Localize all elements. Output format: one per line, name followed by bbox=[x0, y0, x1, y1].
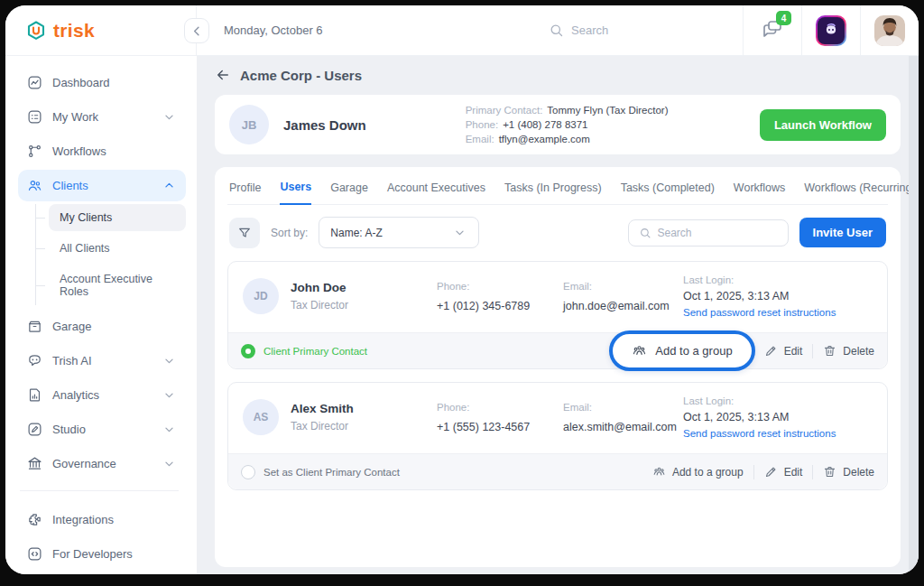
tab-garage[interactable]: Garage bbox=[330, 170, 368, 204]
search-icon bbox=[549, 23, 564, 38]
sidebar-label: Analytics bbox=[52, 388, 152, 402]
sidebar-item-governance[interactable]: Governance bbox=[18, 448, 186, 479]
messages-button[interactable]: 4 bbox=[762, 18, 783, 42]
add-to-group-button[interactable]: Add to a group bbox=[652, 465, 744, 479]
sidebar-item-garage[interactable]: Garage bbox=[18, 311, 186, 342]
app-window: trisk Monday, October 6 4 bbox=[5, 5, 919, 574]
last-login-value: Oct 1, 2025, 3:13 AM bbox=[683, 411, 873, 423]
sidebar-label: My Work bbox=[52, 110, 152, 124]
tab-profile[interactable]: Profile bbox=[229, 170, 261, 204]
sidebar-item-analytics[interactable]: Analytics bbox=[18, 379, 186, 411]
trish-ai-icon bbox=[27, 353, 42, 368]
tab-account-executives[interactable]: Account Executives bbox=[387, 170, 485, 204]
integrations-icon bbox=[27, 512, 42, 527]
send-password-reset-link[interactable]: Send password reset instructions bbox=[683, 307, 873, 318]
current-date: Monday, October 6 bbox=[224, 23, 323, 37]
sidebar-item-my-clients[interactable]: My Clients bbox=[49, 204, 186, 231]
edit-user-button[interactable]: Edit bbox=[764, 465, 803, 479]
delete-user-button[interactable]: Delete bbox=[823, 465, 874, 479]
sidebar-item-account-executive-roles[interactable]: Account Executive Roles bbox=[49, 265, 186, 305]
sidebar-item-trish-ai[interactable]: Trish AI bbox=[18, 345, 186, 377]
add-to-group-button-highlighted[interactable]: Add to a group bbox=[609, 330, 754, 371]
trisk-logo-icon bbox=[25, 20, 47, 42]
phone-label: Phone: bbox=[437, 402, 563, 413]
profile-photo bbox=[874, 15, 905, 46]
email-value: john.doe@email.com bbox=[563, 300, 683, 312]
sidebar-item-workflows[interactable]: Workflows bbox=[18, 135, 186, 167]
client-contact-info: Primary Contact: Tommy Flyn (Tax Directo… bbox=[466, 105, 669, 144]
client-summary-card: JB James Down Primary Contact: Tommy Fly… bbox=[215, 95, 901, 154]
filter-button[interactable] bbox=[229, 218, 260, 248]
phone-label: Phone: bbox=[437, 281, 563, 292]
sidebar-label: Dashboard bbox=[52, 76, 177, 89]
top-bar: trisk Monday, October 6 4 bbox=[5, 5, 919, 56]
sidebar-label: Workflows bbox=[52, 144, 177, 158]
code-icon bbox=[27, 546, 42, 562]
sidebar-item-updates-blog[interactable]: Updates (Blog) bbox=[18, 572, 186, 574]
client-name: James Down bbox=[283, 117, 366, 133]
sidebar-item-for-developers[interactable]: For Developers bbox=[18, 538, 186, 570]
sort-select-value: Name: A-Z bbox=[330, 227, 382, 239]
delete-label: Delete bbox=[843, 345, 874, 358]
sidebar-label: Studio bbox=[52, 423, 152, 436]
primary-contact-radio-checked[interactable] bbox=[241, 344, 255, 358]
user-name: Alex Smith bbox=[291, 402, 354, 415]
last-login-label: Last Login: bbox=[683, 274, 873, 285]
user-search-input[interactable] bbox=[658, 227, 778, 239]
email-label: Email: bbox=[466, 134, 494, 144]
main-content: Acme Corp - Users JB James Down Primary … bbox=[197, 56, 919, 574]
trish-ai-app-button[interactable] bbox=[816, 15, 846, 46]
send-password-reset-link[interactable]: Send password reset instructions bbox=[683, 428, 873, 439]
page-title: Acme Corp - Users bbox=[240, 68, 362, 83]
governance-icon bbox=[27, 456, 42, 471]
pencil-icon bbox=[764, 344, 778, 358]
back-arrow-icon bbox=[215, 67, 231, 83]
sidebar-item-integrations[interactable]: Integrations bbox=[18, 504, 186, 535]
sidebar-collapse-button[interactable] bbox=[184, 18, 209, 43]
messages-badge: 4 bbox=[776, 11, 791, 25]
sidebar-label: Governance bbox=[52, 457, 152, 470]
tab-users[interactable]: Users bbox=[280, 169, 311, 205]
edit-label: Edit bbox=[784, 466, 803, 479]
tab-tasks-in-progress[interactable]: Tasks (In Progress) bbox=[504, 170, 602, 204]
phone-value: +1 (408) 278 8371 bbox=[503, 119, 587, 130]
user-role: Tax Director bbox=[291, 420, 354, 433]
sidebar-item-dashboard[interactable]: Dashboard bbox=[18, 67, 186, 98]
scrollbar[interactable] bbox=[909, 56, 919, 574]
back-button[interactable] bbox=[215, 67, 231, 83]
chevron-down-icon bbox=[162, 456, 177, 471]
brand: trisk bbox=[5, 5, 197, 55]
chevron-down-icon bbox=[162, 109, 177, 125]
sidebar-item-my-work[interactable]: My Work bbox=[18, 101, 186, 133]
user-avatar[interactable] bbox=[874, 15, 905, 46]
global-search-input[interactable] bbox=[571, 23, 698, 37]
sidebar-item-all-clients[interactable]: All Clients bbox=[49, 235, 186, 262]
sort-select[interactable]: Name: A-Z bbox=[319, 217, 479, 248]
phone-label: Phone: bbox=[466, 119, 498, 130]
sidebar-label: Integrations bbox=[52, 513, 177, 526]
list-toolbar: Sort by: Name: A-Z Invite User bbox=[229, 217, 886, 248]
user-row-footer: Client Primary Contact Add to a group Ed… bbox=[228, 332, 887, 368]
sidebar-item-studio[interactable]: Studio bbox=[18, 414, 186, 445]
chevron-down-icon bbox=[162, 387, 177, 403]
group-people-icon bbox=[652, 465, 666, 479]
delete-user-button[interactable]: Delete bbox=[823, 344, 874, 358]
client-avatar: JB bbox=[229, 105, 269, 144]
user-search[interactable] bbox=[628, 219, 789, 246]
pencil-icon bbox=[764, 465, 778, 479]
tab-workflows[interactable]: Workflows bbox=[734, 170, 785, 204]
sidebar-label: For Developers bbox=[52, 547, 177, 561]
primary-contact-radio-empty[interactable] bbox=[241, 465, 255, 479]
invite-user-button[interactable]: Invite User bbox=[799, 218, 886, 247]
edit-user-button[interactable]: Edit bbox=[764, 344, 803, 358]
sidebar-item-clients[interactable]: Clients bbox=[18, 170, 186, 201]
launch-workflow-button[interactable]: Launch Workflow bbox=[760, 109, 886, 141]
add-to-group-label: Add to a group bbox=[655, 344, 732, 358]
delete-label: Delete bbox=[843, 466, 874, 479]
dashboard-icon bbox=[27, 75, 42, 90]
phone-value: +1 (012) 345-6789 bbox=[437, 300, 563, 312]
tab-workflows-recurring[interactable]: Workflows (Recurring) bbox=[804, 170, 915, 204]
trash-icon bbox=[823, 344, 836, 358]
tab-tasks-completed[interactable]: Tasks (Completed) bbox=[621, 170, 715, 204]
global-search[interactable] bbox=[549, 23, 743, 38]
